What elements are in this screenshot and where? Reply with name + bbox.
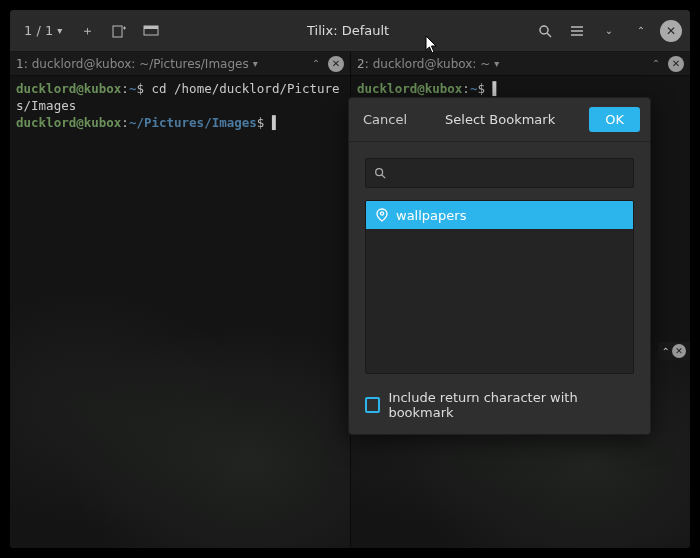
svg-point-10	[376, 169, 383, 176]
ok-button[interactable]: OK	[589, 107, 640, 132]
dialog-header: Cancel Select Bookmark OK	[349, 98, 650, 142]
bookmark-list: wallpapers	[365, 200, 634, 374]
chevron-up-icon: ⌃	[662, 346, 670, 357]
include-return-label: Include return character with bookmark	[388, 390, 634, 420]
maximize-button[interactable]: ⌃	[628, 18, 654, 44]
svg-rect-0	[113, 26, 122, 37]
terminal-1[interactable]: ducklord@kubox:~$ cd /home/ducklord/Pict…	[10, 76, 350, 548]
svg-point-5	[540, 26, 548, 34]
prompt-user: ducklord@kubox	[16, 115, 121, 130]
add-terminal-right-icon	[112, 24, 126, 38]
dialog-body: wallpapers	[349, 142, 650, 390]
prompt-user: ducklord@kubox	[357, 81, 462, 96]
terminal-pane-1: 1: ducklord@kubox: ~/Pictures/Images ▾ ⌃…	[10, 52, 350, 548]
bookmark-search-input[interactable]	[392, 166, 625, 181]
pane-index: 1:	[16, 57, 28, 71]
chevron-down-icon[interactable]: ▾	[253, 58, 258, 69]
search-icon	[374, 167, 386, 179]
prompt-user: ducklord@kubox	[16, 81, 121, 96]
headerbar-right: ⌄ ⌃ ✕	[532, 18, 682, 44]
pane-close-button[interactable]: ✕	[668, 56, 684, 72]
split-down-button[interactable]	[138, 18, 164, 44]
plus-icon: ＋	[81, 22, 94, 40]
pane-title: ducklord@kubox: ~	[373, 57, 491, 71]
menu-button[interactable]	[564, 18, 590, 44]
add-terminal-down-icon	[143, 24, 159, 38]
chevron-up-icon: ⌃	[652, 58, 660, 69]
pane-title: ducklord@kubox: ~/Pictures/Images	[32, 57, 249, 71]
pane-tabbar-2: 2: ducklord@kubox: ~ ▾ ⌃ ✕	[351, 52, 690, 76]
search-button[interactable]	[532, 18, 558, 44]
svg-line-6	[547, 33, 551, 37]
collapsed-pane-chip[interactable]: ⌃ ✕	[658, 342, 690, 360]
dialog-footer: Include return character with bookmark	[349, 390, 650, 434]
svg-rect-4	[144, 26, 158, 29]
close-icon: ✕	[672, 58, 680, 69]
cursor-block: ▌	[272, 115, 280, 130]
minimize-button[interactable]: ⌄	[596, 18, 622, 44]
pane-close-button[interactable]: ✕	[672, 344, 686, 358]
bookmark-search[interactable]	[365, 158, 634, 188]
dialog-title: Select Bookmark	[445, 112, 555, 127]
chevron-down-icon[interactable]: ▾	[494, 58, 499, 69]
bookmark-icon	[376, 208, 388, 222]
cursor-block: ▌	[492, 81, 500, 96]
pane-tabbar-1: 1: ducklord@kubox: ~/Pictures/Images ▾ ⌃…	[10, 52, 350, 76]
pane-maximize-button[interactable]: ⌃	[648, 56, 664, 72]
svg-point-12	[380, 212, 383, 215]
include-return-checkbox[interactable]	[365, 397, 380, 413]
headerbar: 1 / 1 ▾ ＋ Tilix: Default	[10, 10, 690, 52]
close-icon: ✕	[666, 24, 676, 38]
pane-maximize-button[interactable]: ⌃	[308, 56, 324, 72]
chevron-up-icon: ⌃	[312, 58, 320, 69]
chevron-down-icon: ⌄	[605, 25, 613, 36]
prompt-path: ~/Pictures/Images	[129, 115, 257, 130]
window-close-button[interactable]: ✕	[660, 20, 682, 42]
bookmark-label: wallpapers	[396, 208, 466, 223]
bookmark-item[interactable]: wallpapers	[366, 201, 633, 229]
svg-line-11	[382, 175, 385, 178]
split-right-button[interactable]	[106, 18, 132, 44]
session-selector[interactable]: 1 / 1 ▾	[18, 18, 68, 44]
session-count: 1 / 1	[24, 23, 53, 38]
search-icon	[538, 24, 552, 38]
select-bookmark-dialog: Cancel Select Bookmark OK wallpapers Inc…	[348, 97, 651, 435]
chevron-down-icon: ▾	[57, 25, 62, 36]
cancel-button[interactable]: Cancel	[359, 108, 411, 131]
window-title: Tilix: Default	[170, 23, 526, 38]
close-icon: ✕	[675, 346, 683, 356]
hamburger-icon	[570, 25, 584, 37]
new-session-button[interactable]: ＋	[74, 18, 100, 44]
chevron-up-icon: ⌃	[637, 25, 645, 36]
pane-close-button[interactable]: ✕	[328, 56, 344, 72]
close-icon: ✕	[332, 58, 340, 69]
pane-index: 2:	[357, 57, 369, 71]
